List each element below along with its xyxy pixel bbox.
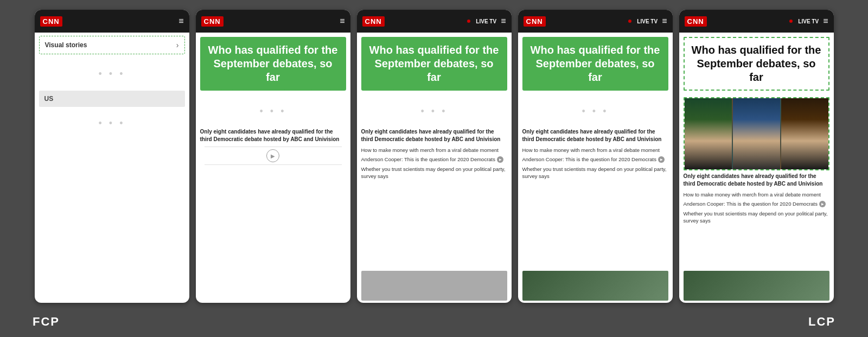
headline-text-3: Who has qualified for the September deba… [368, 43, 501, 84]
cnn-logo-3: CNN [362, 16, 385, 27]
phones-container: CNN ≡ Visual stories › • • • US • • • CN… [0, 0, 868, 308]
loading-dots-2: • • • [35, 107, 189, 140]
divider-2b [205, 164, 342, 165]
news-lead-2: Only eight candidates have already quali… [200, 128, 346, 143]
phone-content-5: Who has qualified for the September deba… [679, 33, 834, 303]
link-text-3b: Anderson Cooper: This is the question fo… [361, 156, 496, 163]
bottom-image-4 [522, 271, 668, 301]
header-right-5: LIVE TV ≡ [789, 16, 828, 26]
news-link-4c[interactable]: Whether you trust scientists may depend … [522, 166, 668, 180]
play-button-2[interactable]: ▶ [266, 149, 279, 162]
headline-box-3: Who has qualified for the September deba… [361, 37, 507, 91]
person-booker [781, 98, 828, 169]
chevron-right-icon: › [176, 41, 179, 49]
hamburger-icon-5[interactable]: ≡ [823, 16, 828, 26]
news-link-3c[interactable]: Whether you trust scientists may depend … [361, 166, 507, 180]
headline-text-5: Who has qualified for the September deba… [690, 43, 823, 84]
cnn-logo-2: CNN [201, 16, 224, 27]
metric-labels-row: FCP LCP [0, 310, 868, 333]
hamburger-icon-1[interactable]: ≡ [178, 16, 183, 26]
loading-dots-5: • • • [518, 95, 673, 128]
link-text-5b: Anderson Cooper: This is the question fo… [684, 200, 818, 207]
news-link-5a[interactable]: How to make money with merch from a vira… [684, 191, 829, 198]
hamburger-icon-3[interactable]: ≡ [501, 16, 506, 26]
phone-content-2: Who has qualified for the September deba… [196, 33, 350, 303]
news-link-4b[interactable]: Anderson Cooper: This is the question fo… [522, 156, 668, 163]
candidates-image-inner [685, 98, 828, 169]
live-dot-5 [789, 20, 793, 23]
news-link-5c[interactable]: Whether you trust scientists may depend … [684, 210, 829, 225]
news-body-3: Only eight candidates have already quali… [357, 128, 512, 269]
person-biden [733, 98, 780, 169]
news-body-5: Only eight candidates have already quali… [679, 173, 834, 269]
hamburger-icon-4[interactable]: ≡ [662, 16, 667, 26]
visual-stories-label: Visual stories [45, 41, 87, 49]
headline-box-4: Who has qualified for the September deba… [522, 37, 668, 91]
cnn-header-1: CNN ≡ [35, 10, 189, 33]
news-lead-4: Only eight candidates have already quali… [522, 128, 668, 143]
cnn-header-4: CNN LIVE TV ≡ [518, 10, 673, 33]
cnn-header-2: CNN ≡ [196, 10, 350, 33]
headline-text-4: Who has qualified for the September deba… [529, 43, 662, 84]
cnn-logo-5: CNN [685, 16, 707, 27]
phone-content-4: Who has qualified for the September deba… [518, 33, 673, 303]
news-link-3b[interactable]: Anderson Cooper: This is the question fo… [361, 156, 507, 163]
cnn-header-5: CNN LIVE TV ≡ [679, 10, 834, 33]
play-icon-4b: ▶ [658, 156, 665, 163]
live-tv-label-3: LIVE TV [476, 18, 496, 24]
header-right-4: LIVE TV ≡ [628, 16, 667, 26]
loading-dots-4: • • • [357, 95, 512, 128]
bottom-image-3 [361, 271, 507, 301]
news-link-3a[interactable]: How to make money with merch from a vira… [361, 147, 507, 154]
news-link-4a[interactable]: How to make money with merch from a vira… [522, 147, 668, 154]
person-kamala [685, 98, 732, 169]
divider-2a [205, 147, 342, 147]
live-dot-3 [467, 20, 470, 23]
bottom-image-5 [684, 271, 829, 301]
news-body-4: Only eight candidates have already quali… [518, 128, 673, 269]
news-body-2: Only eight candidates have already quali… [196, 128, 350, 303]
news-lead-5: Only eight candidates have already quali… [684, 173, 829, 188]
visual-stories-bar[interactable]: Visual stories › [39, 36, 185, 54]
lcp-label: LCP [808, 315, 835, 329]
phone-frame-4: CNN LIVE TV ≡ Who has qualified for the … [518, 10, 673, 303]
live-tv-label-4: LIVE TV [637, 18, 658, 24]
link-text-4b: Anderson Cooper: This is the question fo… [522, 156, 657, 163]
cnn-header-3: CNN LIVE TV ≡ [357, 10, 512, 33]
fcp-label: FCP [33, 315, 60, 329]
live-tv-label-5: LIVE TV [798, 18, 819, 24]
header-right-3: LIVE TV ≡ [467, 16, 506, 26]
headline-box-2: Who has qualified for the September deba… [200, 37, 346, 91]
play-icon-3b: ▶ [497, 156, 503, 163]
cnn-logo-1: CNN [40, 16, 62, 27]
phone-frame-3: CNN LIVE TV ≡ Who has qualified for the … [357, 10, 512, 303]
phone-frame-5: CNN LIVE TV ≡ Who has qualified for the … [679, 10, 834, 303]
phone-content-3: Who has qualified for the September deba… [357, 33, 512, 303]
us-section-label: US [39, 91, 185, 107]
loading-dots-3: • • • [196, 95, 350, 128]
news-link-5b[interactable]: Anderson Cooper: This is the question fo… [684, 200, 829, 207]
candidates-image [684, 97, 829, 170]
live-dot-4 [628, 20, 631, 23]
phone-frame-2: CNN ≡ Who has qualified for the Septembe… [196, 10, 350, 303]
headline-text-2: Who has qualified for the September deba… [207, 43, 340, 84]
loading-dots-1: • • • [35, 58, 189, 91]
hamburger-icon-2[interactable]: ≡ [340, 16, 344, 26]
cnn-logo-4: CNN [524, 16, 546, 27]
news-lead-3: Only eight candidates have already quali… [361, 128, 507, 143]
phone-frame-1: CNN ≡ Visual stories › • • • US • • • [35, 10, 189, 303]
phone-content-1: Visual stories › • • • US • • • [35, 33, 189, 303]
play-icon-5b: ▶ [819, 201, 826, 207]
headline-box-5: Who has qualified for the September deba… [684, 37, 829, 91]
